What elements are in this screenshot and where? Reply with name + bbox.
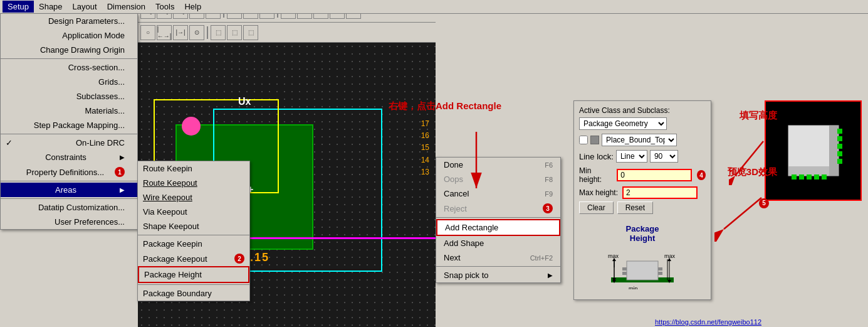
svg-rect-28 bbox=[799, 174, 804, 180]
ctx-add-shape[interactable]: Add Shape bbox=[436, 236, 560, 250]
svg-text:min: min bbox=[629, 286, 638, 289]
draw-btn-5[interactable]: ⬚ bbox=[211, 25, 226, 40]
draw-btn-4[interactable]: ⊙ bbox=[189, 25, 204, 40]
areas-package-keepin[interactable]: Package Keepin bbox=[138, 237, 249, 251]
separator-1 bbox=[1, 58, 137, 59]
areas-shape-keepout[interactable]: Shape Keepout bbox=[138, 219, 249, 233]
badge-5: 5 bbox=[759, 198, 769, 208]
menu-design-parameters[interactable]: Design Parameters... bbox=[1, 14, 137, 28]
svg-text:max: max bbox=[664, 253, 676, 259]
3d-chip-svg bbox=[773, 110, 854, 191]
menu-shape[interactable]: Shape bbox=[34, 1, 68, 13]
svg-rect-34 bbox=[837, 144, 842, 149]
areas-via-keepout[interactable]: Via Keepout bbox=[138, 205, 249, 219]
clear-button[interactable]: Clear bbox=[579, 201, 614, 214]
linelock-angle-dropdown[interactable]: 90 bbox=[650, 150, 678, 163]
svg-rect-3 bbox=[627, 261, 658, 280]
menu-datatip-customization[interactable]: Datatip Customization... bbox=[1, 200, 137, 215]
draw-btn-1[interactable]: ○ bbox=[140, 25, 155, 40]
right-panel: Active Class and Subclass: Package Geome… bbox=[573, 100, 711, 300]
menu-property-definitions[interactable]: Property Definitions... 1 bbox=[1, 164, 137, 180]
annotation-right-click: 右键，点击Add Rectangle bbox=[389, 100, 501, 112]
class-dropdown[interactable]: Package Geometry bbox=[579, 117, 667, 130]
svg-rect-35 bbox=[837, 151, 842, 156]
min-height-row: Min height: 4 bbox=[579, 166, 706, 184]
separator-2 bbox=[1, 134, 137, 134]
package-height-diagram: PackageHeight max max min bbox=[579, 219, 706, 294]
svg-rect-30 bbox=[814, 174, 819, 180]
menu-user-preferences[interactable]: User Preferences... bbox=[1, 215, 137, 229]
menu-application-mode[interactable]: Application Mode bbox=[1, 28, 137, 43]
areas-sep-2 bbox=[138, 284, 249, 285]
setup-dropdown: Design Parameters... Application Mode Ch… bbox=[0, 14, 138, 230]
action-buttons: Clear Reset bbox=[579, 201, 706, 214]
svg-text:max: max bbox=[608, 253, 619, 259]
areas-route-keepin[interactable]: Route Keepin bbox=[138, 161, 249, 176]
menu-change-drawing-origin[interactable]: Change Drawing Origin bbox=[1, 43, 137, 57]
areas-package-height[interactable]: Package Height bbox=[138, 266, 249, 283]
linelock-row: Line lock: Line 90 bbox=[579, 150, 706, 163]
badge-4: 4 bbox=[697, 170, 706, 180]
ctx-sep-2 bbox=[436, 266, 560, 267]
tb-sep-3 bbox=[207, 26, 208, 39]
badge-1: 1 bbox=[115, 167, 125, 177]
subclass-color-swatch bbox=[590, 136, 599, 144]
ctx-sep-1 bbox=[436, 217, 560, 218]
reset-button[interactable]: Reset bbox=[617, 201, 653, 214]
max-height-input[interactable] bbox=[622, 186, 698, 199]
badge-5-container: 5 bbox=[756, 198, 769, 208]
svg-rect-20 bbox=[622, 272, 627, 275]
ctx-reject[interactable]: Reject 3 bbox=[436, 201, 560, 216]
areas-wire-keepout[interactable]: Wire Keepout bbox=[138, 190, 249, 205]
draw-btn-7[interactable]: ⬚ bbox=[243, 25, 258, 40]
max-height-row: Max height: bbox=[579, 186, 706, 199]
menu-materials[interactable]: Materials... bbox=[1, 104, 137, 118]
menu-setup[interactable]: Setup bbox=[3, 1, 34, 13]
menu-layout[interactable]: Layout bbox=[68, 1, 102, 13]
menu-step-package-mapping[interactable]: Step Package Mapping... bbox=[1, 118, 137, 132]
areas-package-boundary[interactable]: Package Boundary bbox=[138, 286, 249, 301]
separator-3 bbox=[1, 181, 137, 181]
min-height-input[interactable] bbox=[617, 169, 692, 181]
draw-btn-3[interactable]: |→| bbox=[173, 25, 188, 40]
areas-submenu: Route Keepin Route Keepout Wire Keepout … bbox=[137, 161, 250, 301]
class-row: Package Geometry bbox=[579, 117, 706, 130]
menu-dimension[interactable]: Dimension bbox=[102, 1, 150, 13]
toolbar-row2: ○ |←→| |→| ⊙ ⬚ ⬚ ⬚ bbox=[138, 23, 436, 43]
min-height-label: Min height: bbox=[579, 166, 614, 184]
ctx-next[interactable]: Next Ctrl+F2 bbox=[436, 250, 560, 265]
areas-sep-1 bbox=[138, 235, 249, 235]
svg-rect-33 bbox=[837, 136, 842, 141]
subclass-checkbox[interactable] bbox=[579, 136, 588, 144]
svg-rect-21 bbox=[658, 272, 662, 275]
areas-route-keepout[interactable]: Route Keepout bbox=[138, 176, 249, 190]
svg-line-38 bbox=[724, 198, 761, 229]
svg-rect-19 bbox=[658, 267, 662, 271]
ctx-snap-pick-to[interactable]: Snap pick to ▶ bbox=[436, 268, 560, 282]
menu-grids[interactable]: Grids... bbox=[1, 75, 137, 89]
areas-package-keepout[interactable]: Package Keepout 2 bbox=[138, 251, 249, 266]
svg-rect-36 bbox=[837, 159, 842, 164]
preview-3d bbox=[765, 100, 862, 201]
diagram-title: PackageHeight bbox=[584, 224, 701, 243]
menu-constraints[interactable]: Constraints ▶ bbox=[1, 150, 137, 164]
app-window: Setup Shape Layout Dimension Tools Help … bbox=[0, 0, 868, 327]
draw-btn-2[interactable]: |←→| bbox=[157, 25, 172, 40]
linelock-type-dropdown[interactable]: Line bbox=[616, 150, 647, 163]
menu-subclasses[interactable]: Subclasses... bbox=[1, 89, 137, 104]
menu-areas[interactable]: Areas ▶ bbox=[1, 183, 137, 197]
draw-btn-6[interactable]: ⬚ bbox=[227, 25, 242, 40]
subclass-dropdown[interactable]: Place_Bound_Top bbox=[602, 134, 677, 146]
arrow-add-rect bbox=[451, 126, 501, 201]
subclass-row: Place_Bound_Top bbox=[579, 134, 706, 146]
cad-numbers: 17 16 15 14 13 bbox=[421, 118, 429, 178]
ctx-add-rectangle[interactable]: Add Rectangle bbox=[436, 219, 560, 236]
max-height-label: Max height: bbox=[579, 188, 620, 197]
menu-help[interactable]: Help bbox=[179, 1, 206, 13]
panel-title: Active Class and Subclass: bbox=[579, 106, 706, 115]
menu-online-drc[interactable]: ✓ On-Line DRC bbox=[1, 136, 137, 150]
menu-tools[interactable]: Tools bbox=[150, 1, 179, 13]
height-diagram-svg: max max min bbox=[605, 245, 680, 289]
menu-cross-section[interactable]: Cross-section... bbox=[1, 60, 137, 75]
separator-4 bbox=[1, 198, 137, 199]
